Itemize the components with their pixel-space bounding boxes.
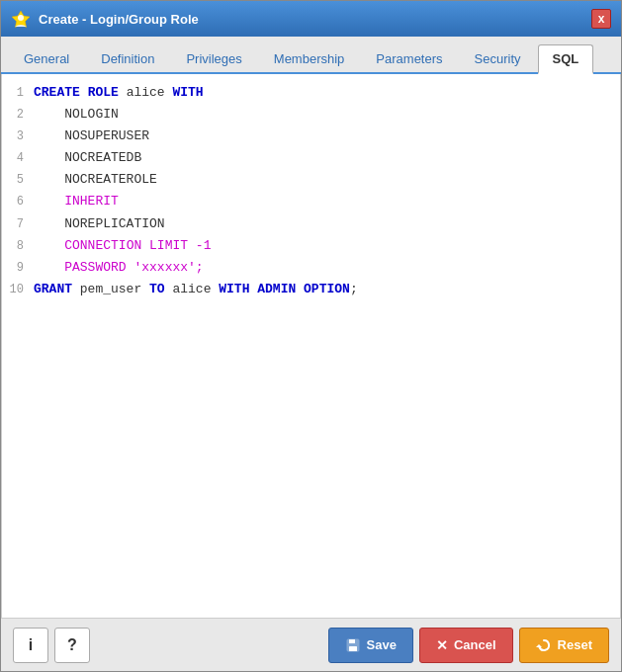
code-line: 8 CONNECTION LIMIT -1 [2,235,620,257]
footer: i ? Save ✕ Cancel [1,618,621,671]
tab-general[interactable]: General [9,44,84,72]
code-line: 5 NOCREATEROLE [2,169,620,191]
svg-marker-4 [536,644,542,647]
save-icon [345,637,361,653]
code-line: 2 NOLOGIN [2,104,620,126]
svg-rect-2 [349,639,355,643]
code-line: 1 CREATE ROLE alice WITH [2,82,620,104]
tab-membership[interactable]: Membership [259,44,360,72]
tab-security[interactable]: Security [460,44,536,72]
code-line: 10 GRANT pem_user TO alice WITH ADMIN OP… [2,279,620,300]
help-button[interactable]: ? [54,628,90,663]
code-editor[interactable]: 1 CREATE ROLE alice WITH 2 NOLOGIN 3 NOS… [2,74,620,618]
titlebar-left: Create - Login/Group Role [11,9,199,29]
save-button[interactable]: Save [328,628,413,663]
cancel-button[interactable]: ✕ Cancel [419,628,513,663]
titlebar: Create - Login/Group Role x [1,1,621,37]
tab-parameters[interactable]: Parameters [361,44,457,72]
code-line: 9 PASSWORD 'xxxxxx'; [2,257,620,279]
tab-definition[interactable]: Definition [86,44,169,72]
sql-content: 1 CREATE ROLE alice WITH 2 NOLOGIN 3 NOS… [1,74,621,618]
svg-point-0 [18,15,24,21]
info-button[interactable]: i [13,628,48,663]
tab-sql[interactable]: SQL [538,44,594,74]
code-line: 7 NOREPLICATION [2,213,620,235]
close-button[interactable]: x [591,9,611,29]
reset-icon [536,637,552,653]
reset-button[interactable]: Reset [519,628,609,663]
dialog-title: Create - Login/Group Role [39,12,199,27]
footer-left: i ? [13,628,90,663]
role-icon [11,9,31,29]
dialog: Create - Login/Group Role x General Defi… [0,0,622,672]
svg-rect-3 [349,646,357,651]
code-line: 4 NOCREATEDB [2,147,620,169]
footer-right: Save ✕ Cancel Reset [328,628,609,663]
cancel-icon: ✕ [436,637,448,653]
tab-privileges[interactable]: Privileges [171,44,256,72]
code-line: 6 INHERIT [2,191,620,212]
code-line: 3 NOSUPERUSER [2,126,620,147]
tab-bar: General Definition Privileges Membership… [1,37,621,74]
